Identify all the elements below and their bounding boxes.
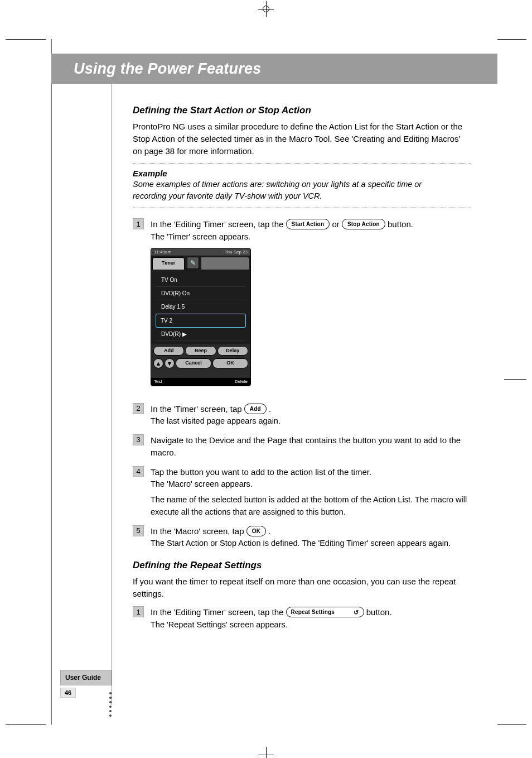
device-ok-button[interactable]: OK xyxy=(212,358,248,368)
step-text: In the 'Editing Timer' screen, tap the xyxy=(151,219,286,229)
timer-tab[interactable]: Timer xyxy=(152,257,185,270)
device-date: Thu Sep 23 xyxy=(225,249,248,255)
tool-icon[interactable]: ✎ xyxy=(187,257,199,269)
arrow-up-icon[interactable]: ▲ xyxy=(153,358,163,368)
list-item[interactable]: DVD(R) On xyxy=(156,287,246,300)
ok-button[interactable]: OK xyxy=(246,526,266,536)
step-number: 1 xyxy=(133,218,144,229)
device-time: 11:49am xyxy=(154,249,171,255)
step-text: In the 'Macro' screen, tap xyxy=(151,526,246,536)
device-footer-left[interactable]: Test xyxy=(154,378,162,385)
list-item[interactable]: TV 2 xyxy=(156,314,246,328)
list-item[interactable]: Delay 1.5 xyxy=(156,300,246,314)
step-text: Tap the button you want to add to the ac… xyxy=(151,466,471,479)
add-button[interactable]: Add xyxy=(244,404,267,414)
stop-action-button[interactable]: Stop Action xyxy=(342,219,385,229)
step-result: The 'Repeat Settings' screen appears. xyxy=(151,619,392,631)
step-number: 2 xyxy=(133,403,144,414)
device-footer-right[interactable]: Delete xyxy=(235,378,248,385)
section-intro: ProntoPro NG uses a similar procedure to… xyxy=(133,121,471,157)
device-delay-button[interactable]: Delay xyxy=(217,346,248,356)
chapter-title-bar: Using the Power Features xyxy=(51,54,497,84)
step-text: button. xyxy=(366,607,392,617)
section-heading: Defining the Start Action or Stop Action xyxy=(133,105,471,116)
example-text: Some examples of timer actions are: swit… xyxy=(133,179,425,202)
list-item[interactable]: TV On xyxy=(156,274,246,287)
device-beep-button[interactable]: Beep xyxy=(185,346,216,356)
arrow-down-icon[interactable]: ▼ xyxy=(165,358,175,368)
repeat-settings-button[interactable]: Repeat Settings ↺ xyxy=(286,607,364,617)
page-number: 46 xyxy=(60,688,76,698)
step-result: The 'Timer' screen appears. xyxy=(151,231,413,243)
chapter-title: Using the Power Features xyxy=(74,60,261,78)
step: 5 In the 'Macro' screen, tap OK . The St… xyxy=(133,525,471,550)
device-add-button[interactable]: Add xyxy=(153,346,184,356)
repeat-icon: ↺ xyxy=(354,608,359,617)
step-text: button. xyxy=(388,219,413,229)
step-number: 1 xyxy=(133,606,144,617)
section-heading: Defining the Repeat Settings xyxy=(133,560,471,571)
step-number: 4 xyxy=(133,466,144,477)
user-guide-tag: User Guide xyxy=(60,670,112,685)
section-intro: If you want the timer to repeat itself o… xyxy=(133,575,471,600)
step: 4 Tap the button you want to add to the … xyxy=(133,466,471,519)
step-text: Navigate to the Device and the Page that… xyxy=(151,435,461,458)
timer-screen-mock: 11:49am Thu Sep 23 Timer ✎ TV On DVD(R) … xyxy=(151,248,251,386)
step-result: The last visited page appears again. xyxy=(151,415,280,428)
list-item[interactable]: DVD(R) ▶ xyxy=(156,328,246,341)
step: 1 In the 'Editing Timer' screen, tap the… xyxy=(133,606,471,631)
example-label: Example xyxy=(133,169,176,178)
start-action-button[interactable]: Start Action xyxy=(286,219,330,229)
repeat-settings-label: Repeat Settings xyxy=(291,609,335,615)
step-number: 5 xyxy=(133,525,144,536)
decorative-dots xyxy=(109,692,112,717)
step: 2 In the 'Timer' screen, tap Add . The l… xyxy=(133,403,471,428)
step-number: 3 xyxy=(133,434,144,445)
step-result: The Start Action or Stop Action is defin… xyxy=(151,538,451,550)
step: 3 Navigate to the Device and the Page th… xyxy=(133,434,471,459)
step-text: In the 'Editing Timer' screen, tap the xyxy=(151,607,286,617)
step-text: . xyxy=(269,404,271,414)
step-extra: The name of the selected button is added… xyxy=(151,494,471,519)
step: 1 In the 'Editing Timer' screen, tap the… xyxy=(133,218,471,396)
example-callout: Example Some examples of timer actions a… xyxy=(133,164,471,208)
step-result: The 'Macro' screen appears. xyxy=(151,478,471,491)
step-text: or xyxy=(332,219,342,229)
step-text: . xyxy=(268,526,270,536)
device-cancel-button[interactable]: Cancel xyxy=(176,358,211,368)
step-text: In the 'Timer' screen, tap xyxy=(151,404,244,414)
